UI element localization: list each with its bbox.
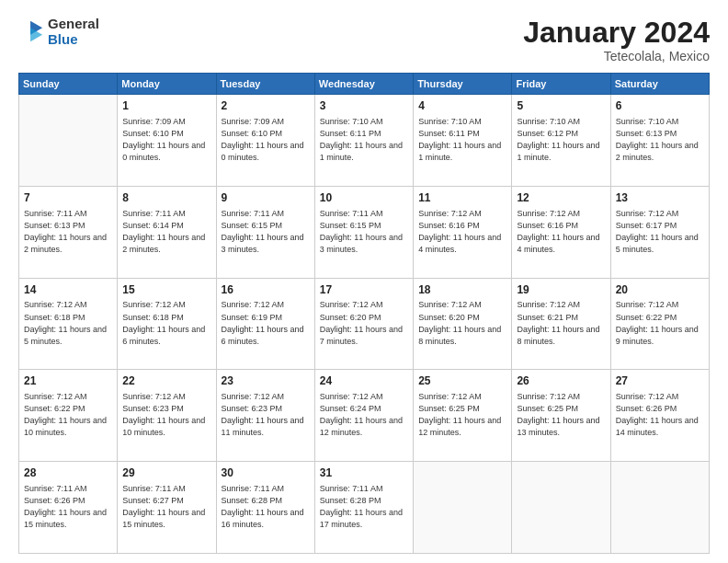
table-row: 8Sunrise: 7:11 AM Sunset: 6:14 PM Daylig… xyxy=(118,186,216,278)
day-number: 28 xyxy=(24,465,112,481)
day-info: Sunrise: 7:12 AM Sunset: 6:25 PM Dayligh… xyxy=(517,391,605,439)
calendar-week-row: 1Sunrise: 7:09 AM Sunset: 6:10 PM Daylig… xyxy=(19,95,710,187)
table-row: 19Sunrise: 7:12 AM Sunset: 6:21 PM Dayli… xyxy=(512,278,610,370)
day-number: 3 xyxy=(320,98,408,114)
table-row: 24Sunrise: 7:12 AM Sunset: 6:24 PM Dayli… xyxy=(314,370,413,462)
day-number: 5 xyxy=(517,98,605,114)
calendar-week-row: 28Sunrise: 7:11 AM Sunset: 6:26 PM Dayli… xyxy=(19,462,710,554)
day-info: Sunrise: 7:12 AM Sunset: 6:19 PM Dayligh… xyxy=(222,299,310,347)
table-row: 20Sunrise: 7:12 AM Sunset: 6:22 PM Dayli… xyxy=(610,278,709,370)
header-monday: Monday xyxy=(118,74,216,95)
table-row: 17Sunrise: 7:12 AM Sunset: 6:20 PM Dayli… xyxy=(314,278,413,370)
day-info: Sunrise: 7:11 AM Sunset: 6:26 PM Dayligh… xyxy=(24,483,112,531)
day-info: Sunrise: 7:12 AM Sunset: 6:20 PM Dayligh… xyxy=(320,299,408,347)
header-sunday: Sunday xyxy=(19,74,118,95)
table-row: 30Sunrise: 7:11 AM Sunset: 6:28 PM Dayli… xyxy=(216,462,314,554)
day-number: 6 xyxy=(616,98,704,114)
day-info: Sunrise: 7:11 AM Sunset: 6:13 PM Dayligh… xyxy=(24,208,112,256)
logo-general-text: General xyxy=(48,17,99,32)
day-number: 27 xyxy=(616,373,704,389)
day-info: Sunrise: 7:11 AM Sunset: 6:15 PM Dayligh… xyxy=(222,208,310,256)
header-saturday: Saturday xyxy=(610,74,709,95)
day-number: 22 xyxy=(122,373,210,389)
table-row xyxy=(610,462,709,554)
day-info: Sunrise: 7:12 AM Sunset: 6:16 PM Dayligh… xyxy=(418,208,506,256)
table-row: 15Sunrise: 7:12 AM Sunset: 6:18 PM Dayli… xyxy=(118,278,216,370)
day-info: Sunrise: 7:12 AM Sunset: 6:22 PM Dayligh… xyxy=(616,299,704,347)
day-info: Sunrise: 7:12 AM Sunset: 6:20 PM Dayligh… xyxy=(418,299,506,347)
header-thursday: Thursday xyxy=(414,74,512,95)
table-row: 6Sunrise: 7:10 AM Sunset: 6:13 PM Daylig… xyxy=(610,95,709,187)
day-number: 11 xyxy=(418,190,506,206)
calendar-week-row: 14Sunrise: 7:12 AM Sunset: 6:18 PM Dayli… xyxy=(19,278,710,370)
table-row: 29Sunrise: 7:11 AM Sunset: 6:27 PM Dayli… xyxy=(118,462,216,554)
day-number: 1 xyxy=(122,98,210,114)
logo: General Blue xyxy=(18,17,99,47)
day-number: 14 xyxy=(24,282,112,298)
day-info: Sunrise: 7:12 AM Sunset: 6:26 PM Dayligh… xyxy=(616,391,704,439)
day-info: Sunrise: 7:10 AM Sunset: 6:12 PM Dayligh… xyxy=(517,116,605,164)
calendar-week-row: 21Sunrise: 7:12 AM Sunset: 6:22 PM Dayli… xyxy=(19,370,710,462)
day-number: 4 xyxy=(418,98,506,114)
day-info: Sunrise: 7:12 AM Sunset: 6:17 PM Dayligh… xyxy=(616,208,704,256)
day-info: Sunrise: 7:12 AM Sunset: 6:18 PM Dayligh… xyxy=(24,299,112,347)
table-row: 2Sunrise: 7:09 AM Sunset: 6:10 PM Daylig… xyxy=(216,95,314,187)
day-number: 30 xyxy=(222,465,310,481)
calendar-title: January 2024 xyxy=(523,17,710,49)
table-row xyxy=(19,95,118,187)
table-row: 13Sunrise: 7:12 AM Sunset: 6:17 PM Dayli… xyxy=(610,186,709,278)
table-row: 22Sunrise: 7:12 AM Sunset: 6:23 PM Dayli… xyxy=(118,370,216,462)
table-row: 10Sunrise: 7:11 AM Sunset: 6:15 PM Dayli… xyxy=(314,186,413,278)
table-row: 16Sunrise: 7:12 AM Sunset: 6:19 PM Dayli… xyxy=(216,278,314,370)
day-number: 17 xyxy=(320,282,408,298)
day-info: Sunrise: 7:10 AM Sunset: 6:11 PM Dayligh… xyxy=(320,116,408,164)
table-row: 21Sunrise: 7:12 AM Sunset: 6:22 PM Dayli… xyxy=(19,370,118,462)
header-tuesday: Tuesday xyxy=(216,74,314,95)
day-number: 23 xyxy=(222,373,310,389)
table-row: 4Sunrise: 7:10 AM Sunset: 6:11 PM Daylig… xyxy=(414,95,512,187)
day-info: Sunrise: 7:11 AM Sunset: 6:28 PM Dayligh… xyxy=(222,483,310,531)
day-info: Sunrise: 7:12 AM Sunset: 6:23 PM Dayligh… xyxy=(122,391,210,439)
day-info: Sunrise: 7:10 AM Sunset: 6:13 PM Dayligh… xyxy=(616,116,704,164)
day-number: 13 xyxy=(616,190,704,206)
day-number: 31 xyxy=(320,465,408,481)
calendar-week-row: 7Sunrise: 7:11 AM Sunset: 6:13 PM Daylig… xyxy=(19,186,710,278)
table-row: 11Sunrise: 7:12 AM Sunset: 6:16 PM Dayli… xyxy=(414,186,512,278)
day-number: 29 xyxy=(122,465,210,481)
day-info: Sunrise: 7:09 AM Sunset: 6:10 PM Dayligh… xyxy=(222,116,310,164)
header: General Blue January 2024 Tetecolala, Me… xyxy=(18,17,710,63)
day-info: Sunrise: 7:12 AM Sunset: 6:25 PM Dayligh… xyxy=(418,391,506,439)
table-row: 26Sunrise: 7:12 AM Sunset: 6:25 PM Dayli… xyxy=(512,370,610,462)
table-row: 18Sunrise: 7:12 AM Sunset: 6:20 PM Dayli… xyxy=(414,278,512,370)
day-number: 2 xyxy=(222,98,310,114)
calendar-table: Sunday Monday Tuesday Wednesday Thursday… xyxy=(18,73,710,554)
day-number: 18 xyxy=(418,282,506,298)
table-row: 14Sunrise: 7:12 AM Sunset: 6:18 PM Dayli… xyxy=(19,278,118,370)
day-info: Sunrise: 7:12 AM Sunset: 6:21 PM Dayligh… xyxy=(517,299,605,347)
day-info: Sunrise: 7:11 AM Sunset: 6:14 PM Dayligh… xyxy=(122,208,210,256)
day-info: Sunrise: 7:12 AM Sunset: 6:18 PM Dayligh… xyxy=(122,299,210,347)
day-number: 10 xyxy=(320,190,408,206)
logo-blue-text: Blue xyxy=(48,32,99,48)
day-number: 25 xyxy=(418,373,506,389)
day-number: 20 xyxy=(616,282,704,298)
day-number: 15 xyxy=(122,282,210,298)
table-row: 1Sunrise: 7:09 AM Sunset: 6:10 PM Daylig… xyxy=(118,95,216,187)
day-number: 21 xyxy=(24,373,112,389)
day-info: Sunrise: 7:12 AM Sunset: 6:16 PM Dayligh… xyxy=(517,208,605,256)
table-row: 5Sunrise: 7:10 AM Sunset: 6:12 PM Daylig… xyxy=(512,95,610,187)
page: General Blue January 2024 Tetecolala, Me… xyxy=(0,0,728,563)
table-row: 7Sunrise: 7:11 AM Sunset: 6:13 PM Daylig… xyxy=(19,186,118,278)
table-row: 31Sunrise: 7:11 AM Sunset: 6:28 PM Dayli… xyxy=(314,462,413,554)
table-row: 23Sunrise: 7:12 AM Sunset: 6:23 PM Dayli… xyxy=(216,370,314,462)
day-number: 26 xyxy=(517,373,605,389)
day-number: 9 xyxy=(222,190,310,206)
calendar-header-row: Sunday Monday Tuesday Wednesday Thursday… xyxy=(19,74,710,95)
day-info: Sunrise: 7:11 AM Sunset: 6:27 PM Dayligh… xyxy=(122,483,210,531)
calendar-location: Tetecolala, Mexico xyxy=(523,49,710,63)
day-number: 7 xyxy=(24,190,112,206)
day-info: Sunrise: 7:11 AM Sunset: 6:28 PM Dayligh… xyxy=(320,483,408,531)
day-info: Sunrise: 7:11 AM Sunset: 6:15 PM Dayligh… xyxy=(320,208,408,256)
day-info: Sunrise: 7:10 AM Sunset: 6:11 PM Dayligh… xyxy=(418,116,506,164)
day-number: 19 xyxy=(517,282,605,298)
